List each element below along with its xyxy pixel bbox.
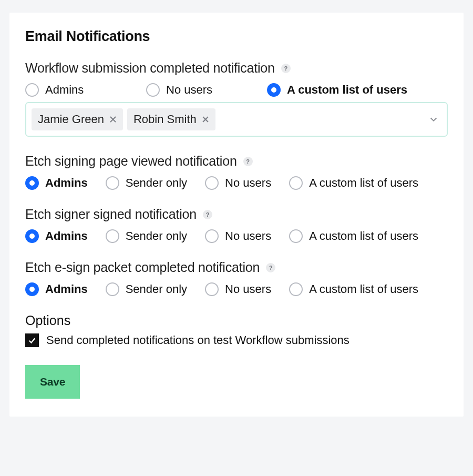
section-heading: Etch signer signed notification ? — [25, 207, 448, 222]
remove-chip-icon[interactable] — [109, 116, 117, 123]
heading-text: Workflow submission completed notificati… — [25, 60, 275, 76]
settings-card: Email Notifications Workflow submission … — [9, 13, 464, 417]
radio-admins[interactable]: Admins — [25, 229, 88, 243]
radio-label: Admins — [45, 176, 88, 190]
radio-label: Sender only — [126, 282, 187, 296]
radio-custom-list[interactable]: A custom list of users — [267, 83, 407, 97]
radio-no-users[interactable]: No users — [205, 229, 271, 243]
radio-label: No users — [225, 282, 271, 296]
section-signer-signed: Etch signer signed notification ? Admins… — [25, 207, 448, 243]
section-heading: Etch e-sign packet completed notificatio… — [25, 260, 448, 275]
radio-label: A custom list of users — [287, 83, 407, 97]
help-icon[interactable]: ? — [203, 210, 212, 219]
section-heading: Etch signing page viewed notification ? — [25, 154, 448, 169]
radio-label: A custom list of users — [309, 176, 418, 190]
options-heading: Options — [25, 313, 448, 328]
user-chip: Jamie Green — [32, 108, 123, 130]
radio-icon — [267, 83, 281, 97]
section-options: Options Send completed notifications on … — [25, 313, 448, 347]
checkbox-icon — [25, 333, 39, 347]
radio-label: No users — [225, 176, 271, 190]
radio-group-workflow-completed: Admins No users A custom list of users — [25, 83, 448, 97]
user-chip: Robin Smith — [127, 108, 215, 130]
radio-label: No users — [166, 83, 212, 97]
remove-chip-icon[interactable] — [202, 116, 209, 123]
radio-icon — [205, 176, 219, 190]
section-workflow-completed: Workflow submission completed notificati… — [25, 60, 448, 137]
radio-admins[interactable]: Admins — [25, 282, 88, 296]
help-icon[interactable]: ? — [243, 157, 253, 166]
radio-label: A custom list of users — [309, 282, 418, 296]
checkbox-label: Send completed notifications on test Wor… — [46, 333, 349, 347]
radio-label: No users — [225, 229, 271, 243]
section-signing-viewed: Etch signing page viewed notification ? … — [25, 154, 448, 190]
heading-text: Etch signing page viewed notification — [25, 154, 237, 169]
user-multiselect[interactable]: Jamie Green Robin Smith — [25, 102, 448, 137]
radio-icon — [25, 229, 39, 243]
radio-label: Admins — [45, 282, 88, 296]
radio-icon — [106, 282, 119, 296]
radio-icon — [25, 176, 39, 190]
heading-text: Etch signer signed notification — [25, 207, 197, 222]
chip-label: Robin Smith — [133, 113, 197, 126]
radio-icon — [289, 176, 303, 190]
page-title: Email Notifications — [25, 28, 448, 45]
radio-no-users[interactable]: No users — [205, 282, 271, 296]
radio-icon — [289, 282, 303, 296]
help-icon[interactable]: ? — [266, 263, 275, 272]
radio-icon — [25, 83, 39, 97]
radio-sender-only[interactable]: Sender only — [106, 176, 187, 190]
radio-icon — [106, 229, 119, 243]
section-packet-completed: Etch e-sign packet completed notificatio… — [25, 260, 448, 296]
radio-icon — [106, 176, 119, 190]
help-icon[interactable]: ? — [281, 64, 291, 73]
radio-label: Sender only — [126, 176, 187, 190]
radio-icon — [25, 282, 39, 296]
radio-label: Admins — [45, 83, 84, 97]
radio-icon — [289, 229, 303, 243]
section-heading: Workflow submission completed notificati… — [25, 60, 448, 76]
radio-custom-list[interactable]: A custom list of users — [289, 282, 418, 296]
chevron-down-icon[interactable] — [428, 114, 439, 125]
radio-sender-only[interactable]: Sender only — [106, 229, 187, 243]
radio-custom-list[interactable]: A custom list of users — [289, 229, 418, 243]
radio-label: Admins — [45, 229, 88, 243]
radio-admins[interactable]: Admins — [25, 176, 88, 190]
save-button[interactable]: Save — [25, 365, 80, 399]
radio-icon — [205, 229, 219, 243]
radio-sender-only[interactable]: Sender only — [106, 282, 187, 296]
radio-group-signing-viewed: Admins Sender only No users A custom lis… — [25, 176, 448, 190]
radio-icon — [205, 282, 219, 296]
radio-group-packet-completed: Admins Sender only No users A custom lis… — [25, 282, 448, 296]
radio-icon — [146, 83, 160, 97]
radio-no-users[interactable]: No users — [146, 83, 246, 97]
chip-label: Jamie Green — [38, 113, 104, 126]
radio-label: Sender only — [126, 229, 187, 243]
radio-no-users[interactable]: No users — [205, 176, 271, 190]
radio-custom-list[interactable]: A custom list of users — [289, 176, 418, 190]
radio-group-signer-signed: Admins Sender only No users A custom lis… — [25, 229, 448, 243]
heading-text: Etch e-sign packet completed notificatio… — [25, 260, 260, 275]
radio-admins[interactable]: Admins — [25, 83, 125, 97]
checkbox-send-test[interactable]: Send completed notifications on test Wor… — [25, 333, 448, 347]
radio-label: A custom list of users — [309, 229, 418, 243]
